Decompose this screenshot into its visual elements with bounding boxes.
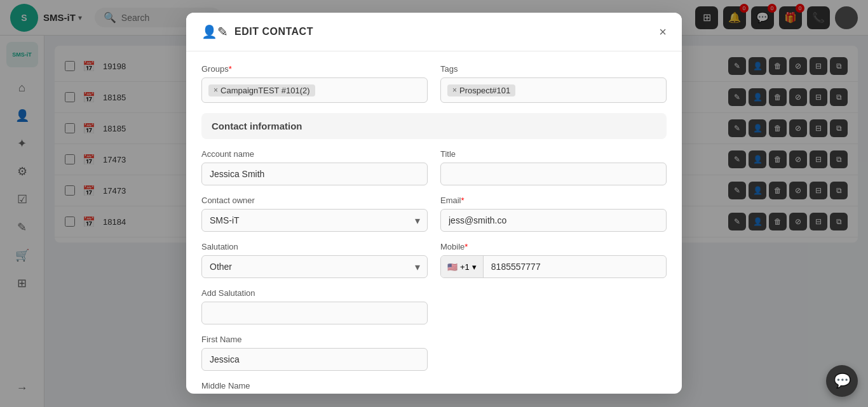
middle-name-group: Middle Name xyxy=(201,381,428,394)
modal-overlay: 👤✎ EDIT CONTACT × Groups* × CampaignTEST… xyxy=(0,0,868,407)
account-title-row: Account name Title xyxy=(201,149,667,185)
tags-tag-chip: × Prospect#101 xyxy=(447,84,515,97)
title-group: Title xyxy=(440,149,667,185)
mobile-group: Mobile* 🇺🇸 +1 ▾ xyxy=(440,242,667,278)
account-name-group: Account name xyxy=(201,149,428,185)
tags-tag-remove[interactable]: × xyxy=(452,86,457,95)
salutation-select-wrapper: Mr. Mrs. Ms. Dr. Other xyxy=(201,255,428,278)
spacer3 xyxy=(440,381,667,394)
spacer2 xyxy=(440,335,667,371)
tags-input[interactable]: × Prospect#101 xyxy=(440,77,667,103)
first-name-group: First Name xyxy=(201,335,428,371)
groups-group: Groups* × CampaignTEST #101(2) xyxy=(201,64,428,103)
contact-info-section-header: Contact information xyxy=(201,113,667,139)
salutation-select[interactable]: Mr. Mrs. Ms. Dr. Other xyxy=(201,255,428,278)
salutation-label: Salutation xyxy=(201,242,428,251)
add-salutation-row: Add Salutation xyxy=(201,288,667,324)
first-name-input[interactable] xyxy=(201,348,428,371)
groups-tag-remove[interactable]: × xyxy=(214,86,218,95)
modal-body: Groups* × CampaignTEST #101(2) Tags × xyxy=(186,51,682,394)
mobile-input[interactable] xyxy=(484,256,666,277)
first-name-row: First Name xyxy=(201,335,667,371)
first-name-label: First Name xyxy=(201,335,428,344)
modal-title: EDIT CONTACT xyxy=(234,26,659,37)
groups-input[interactable]: × CampaignTEST #101(2) xyxy=(201,77,428,103)
salutation-group: Salutation Mr. Mrs. Ms. Dr. Other xyxy=(201,242,428,278)
add-salutation-group: Add Salutation xyxy=(201,288,428,324)
tags-group: Tags × Prospect#101 xyxy=(440,64,667,103)
contact-owner-label: Contact owner xyxy=(201,196,428,205)
groups-label: Groups* xyxy=(201,64,428,74)
email-label: Email* xyxy=(440,196,667,205)
owner-email-row: Contact owner SMS-iT Admin Other Email* xyxy=(201,196,667,232)
title-input[interactable] xyxy=(440,163,667,185)
contact-owner-group: Contact owner SMS-iT Admin Other xyxy=(201,196,428,232)
contact-owner-select-wrapper: SMS-iT Admin Other xyxy=(201,209,428,232)
account-name-input[interactable] xyxy=(201,163,428,185)
edit-contact-modal: 👤✎ EDIT CONTACT × Groups* × CampaignTEST… xyxy=(186,13,682,394)
phone-flag-chevron-icon: ▾ xyxy=(472,262,477,272)
groups-tags-row: Groups* × CampaignTEST #101(2) Tags × xyxy=(201,64,667,103)
email-required: * xyxy=(461,196,465,205)
tags-tag-label: Prospect#101 xyxy=(459,86,510,95)
phone-input-group: 🇺🇸 +1 ▾ xyxy=(440,255,667,278)
modal-close-button[interactable]: × xyxy=(659,25,667,39)
middle-name-row: Middle Name xyxy=(201,381,667,394)
salutation-mobile-row: Salutation Mr. Mrs. Ms. Dr. Other Mobile… xyxy=(201,242,667,278)
groups-tag-chip: × CampaignTEST #101(2) xyxy=(208,84,315,97)
add-salutation-input[interactable] xyxy=(201,302,428,324)
middle-name-label: Middle Name xyxy=(201,381,428,390)
spacer xyxy=(440,288,667,324)
mobile-label: Mobile* xyxy=(440,242,667,251)
add-salutation-label: Add Salutation xyxy=(201,288,428,298)
contact-owner-select[interactable]: SMS-iT Admin Other xyxy=(201,209,428,232)
groups-tag-label: CampaignTEST #101(2) xyxy=(220,86,310,95)
title-label: Title xyxy=(440,149,667,159)
email-group: Email* xyxy=(440,196,667,232)
groups-required: * xyxy=(229,64,232,74)
flag-icon: 🇺🇸 xyxy=(447,262,458,272)
contact-edit-icon: 👤✎ xyxy=(201,24,228,39)
email-input[interactable] xyxy=(440,209,667,232)
tags-label: Tags xyxy=(440,64,667,74)
country-code: +1 xyxy=(460,262,470,272)
chat-fab-button[interactable]: 💬 xyxy=(826,365,858,397)
mobile-required: * xyxy=(465,242,468,251)
account-name-label: Account name xyxy=(201,149,428,159)
modal-header: 👤✎ EDIT CONTACT × xyxy=(186,13,682,51)
phone-flag-selector[interactable]: 🇺🇸 +1 ▾ xyxy=(441,256,484,277)
